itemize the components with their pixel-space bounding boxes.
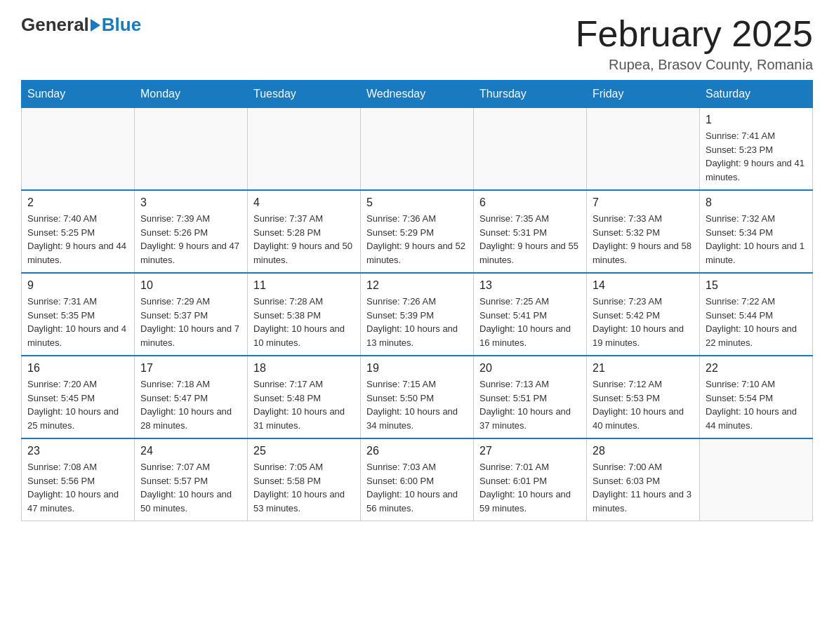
calendar-cell: 19Sunrise: 7:15 AM Sunset: 5:50 PM Dayli… (361, 356, 474, 438)
day-info: Sunrise: 7:40 AM Sunset: 5:25 PM Dayligh… (27, 212, 128, 267)
weekday-header-thursday: Thursday (474, 81, 587, 108)
day-info: Sunrise: 7:25 AM Sunset: 5:41 PM Dayligh… (479, 295, 581, 349)
calendar-cell (135, 108, 248, 191)
day-number: 22 (706, 362, 807, 375)
weekday-header-tuesday: Tuesday (248, 81, 361, 108)
day-info: Sunrise: 7:23 AM Sunset: 5:42 PM Dayligh… (593, 295, 694, 349)
calendar-week-3: 9Sunrise: 7:31 AM Sunset: 5:35 PM Daylig… (22, 273, 813, 356)
calendar-cell: 20Sunrise: 7:13 AM Sunset: 5:51 PM Dayli… (474, 356, 587, 438)
day-info: Sunrise: 7:17 AM Sunset: 5:48 PM Dayligh… (253, 377, 355, 432)
calendar-cell: 26Sunrise: 7:03 AM Sunset: 6:00 PM Dayli… (361, 438, 474, 521)
day-info: Sunrise: 7:05 AM Sunset: 5:58 PM Dayligh… (253, 460, 355, 515)
calendar-cell: 16Sunrise: 7:20 AM Sunset: 5:45 PM Dayli… (22, 356, 135, 438)
day-number: 26 (366, 445, 468, 457)
calendar-week-2: 2Sunrise: 7:40 AM Sunset: 5:25 PM Daylig… (22, 190, 813, 273)
calendar-week-1: 1Sunrise: 7:41 AM Sunset: 5:23 PM Daylig… (22, 108, 813, 191)
logo-arrow-icon (91, 19, 100, 32)
calendar-cell: 28Sunrise: 7:00 AM Sunset: 6:03 PM Dayli… (587, 438, 700, 521)
day-number: 9 (27, 279, 128, 292)
calendar-cell: 2Sunrise: 7:40 AM Sunset: 5:25 PM Daylig… (22, 190, 135, 273)
calendar-cell (587, 108, 700, 191)
day-info: Sunrise: 7:37 AM Sunset: 5:28 PM Dayligh… (253, 212, 355, 267)
day-number: 4 (253, 196, 355, 209)
page-header: General Blue February 2025 Rupea, Brasov… (21, 14, 813, 73)
day-info: Sunrise: 7:39 AM Sunset: 5:26 PM Dayligh… (140, 212, 241, 267)
weekday-header-friday: Friday (587, 81, 700, 108)
day-info: Sunrise: 7:00 AM Sunset: 6:03 PM Dayligh… (593, 460, 694, 515)
day-number: 21 (593, 362, 694, 375)
day-info: Sunrise: 7:33 AM Sunset: 5:32 PM Dayligh… (593, 212, 694, 267)
calendar-table: SundayMondayTuesdayWednesdayThursdayFrid… (21, 80, 813, 521)
calendar-cell: 15Sunrise: 7:22 AM Sunset: 5:44 PM Dayli… (700, 273, 813, 356)
day-number: 12 (366, 279, 468, 292)
day-info: Sunrise: 7:01 AM Sunset: 6:01 PM Dayligh… (479, 460, 581, 515)
day-info: Sunrise: 7:36 AM Sunset: 5:29 PM Dayligh… (366, 212, 468, 267)
day-number: 1 (706, 114, 807, 126)
day-info: Sunrise: 7:41 AM Sunset: 5:23 PM Dayligh… (706, 129, 807, 184)
day-number: 27 (479, 445, 581, 457)
calendar-cell: 8Sunrise: 7:32 AM Sunset: 5:34 PM Daylig… (700, 190, 813, 273)
day-info: Sunrise: 7:31 AM Sunset: 5:35 PM Dayligh… (27, 295, 128, 349)
calendar-cell (248, 108, 361, 191)
day-number: 17 (140, 362, 241, 375)
calendar-cell: 23Sunrise: 7:08 AM Sunset: 5:56 PM Dayli… (22, 438, 135, 521)
calendar-cell (700, 438, 813, 521)
calendar-cell: 4Sunrise: 7:37 AM Sunset: 5:28 PM Daylig… (248, 190, 361, 273)
calendar-cell (474, 108, 587, 191)
day-number: 13 (479, 279, 581, 292)
day-info: Sunrise: 7:26 AM Sunset: 5:39 PM Dayligh… (366, 295, 468, 349)
day-number: 8 (706, 196, 807, 209)
day-info: Sunrise: 7:07 AM Sunset: 5:57 PM Dayligh… (140, 460, 241, 515)
day-info: Sunrise: 7:22 AM Sunset: 5:44 PM Dayligh… (706, 295, 807, 349)
day-info: Sunrise: 7:12 AM Sunset: 5:53 PM Dayligh… (593, 377, 694, 432)
location-subtitle: Rupea, Brasov County, Romania (576, 57, 813, 73)
weekday-header-row: SundayMondayTuesdayWednesdayThursdayFrid… (22, 81, 813, 108)
day-number: 10 (140, 279, 241, 292)
weekday-header-sunday: Sunday (22, 81, 135, 108)
calendar-week-5: 23Sunrise: 7:08 AM Sunset: 5:56 PM Dayli… (22, 438, 813, 521)
day-number: 20 (479, 362, 581, 375)
calendar-week-4: 16Sunrise: 7:20 AM Sunset: 5:45 PM Dayli… (22, 356, 813, 438)
day-number: 7 (593, 196, 694, 209)
calendar-cell: 14Sunrise: 7:23 AM Sunset: 5:42 PM Dayli… (587, 273, 700, 356)
day-number: 15 (706, 279, 807, 292)
day-number: 24 (140, 445, 241, 457)
calendar-cell: 5Sunrise: 7:36 AM Sunset: 5:29 PM Daylig… (361, 190, 474, 273)
day-number: 3 (140, 196, 241, 209)
day-number: 16 (27, 362, 128, 375)
calendar-cell (22, 108, 135, 191)
day-number: 2 (27, 196, 128, 209)
day-info: Sunrise: 7:20 AM Sunset: 5:45 PM Dayligh… (27, 377, 128, 432)
day-info: Sunrise: 7:29 AM Sunset: 5:37 PM Dayligh… (140, 295, 241, 349)
logo: General Blue (21, 14, 141, 36)
calendar-cell: 9Sunrise: 7:31 AM Sunset: 5:35 PM Daylig… (22, 273, 135, 356)
day-info: Sunrise: 7:08 AM Sunset: 5:56 PM Dayligh… (27, 460, 128, 515)
calendar-cell: 25Sunrise: 7:05 AM Sunset: 5:58 PM Dayli… (248, 438, 361, 521)
weekday-header-saturday: Saturday (700, 81, 813, 108)
day-info: Sunrise: 7:15 AM Sunset: 5:50 PM Dayligh… (366, 377, 468, 432)
day-info: Sunrise: 7:32 AM Sunset: 5:34 PM Dayligh… (706, 212, 807, 267)
calendar-cell: 11Sunrise: 7:28 AM Sunset: 5:38 PM Dayli… (248, 273, 361, 356)
day-number: 23 (27, 445, 128, 457)
logo-general-text: General (21, 14, 89, 36)
day-number: 5 (366, 196, 468, 209)
calendar-cell: 3Sunrise: 7:39 AM Sunset: 5:26 PM Daylig… (135, 190, 248, 273)
calendar-cell: 22Sunrise: 7:10 AM Sunset: 5:54 PM Dayli… (700, 356, 813, 438)
day-number: 28 (593, 445, 694, 457)
day-number: 19 (366, 362, 468, 375)
day-info: Sunrise: 7:18 AM Sunset: 5:47 PM Dayligh… (140, 377, 241, 432)
weekday-header-wednesday: Wednesday (361, 81, 474, 108)
calendar-cell: 12Sunrise: 7:26 AM Sunset: 5:39 PM Dayli… (361, 273, 474, 356)
calendar-cell: 24Sunrise: 7:07 AM Sunset: 5:57 PM Dayli… (135, 438, 248, 521)
day-number: 6 (479, 196, 581, 209)
calendar-cell: 13Sunrise: 7:25 AM Sunset: 5:41 PM Dayli… (474, 273, 587, 356)
weekday-header-monday: Monday (135, 81, 248, 108)
calendar-cell: 1Sunrise: 7:41 AM Sunset: 5:23 PM Daylig… (700, 108, 813, 191)
day-number: 11 (253, 279, 355, 292)
title-section: February 2025 Rupea, Brasov County, Roma… (576, 14, 813, 73)
day-number: 25 (253, 445, 355, 457)
day-info: Sunrise: 7:03 AM Sunset: 6:00 PM Dayligh… (366, 460, 468, 515)
calendar-cell (361, 108, 474, 191)
day-number: 18 (253, 362, 355, 375)
calendar-cell: 18Sunrise: 7:17 AM Sunset: 5:48 PM Dayli… (248, 356, 361, 438)
